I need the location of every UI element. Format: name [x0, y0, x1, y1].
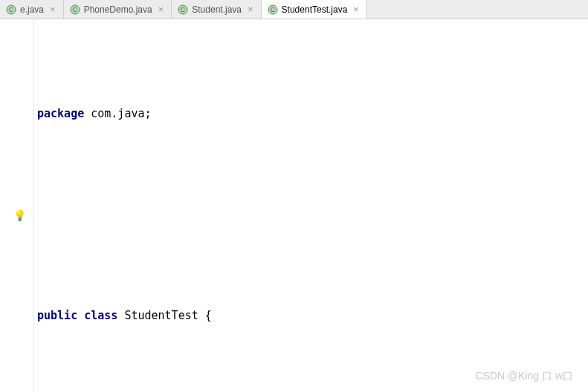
close-icon[interactable]: ×	[50, 4, 56, 15]
close-icon[interactable]: ×	[353, 4, 359, 15]
intention-bulb-icon[interactable]: 💡	[13, 209, 26, 221]
close-icon[interactable]: ×	[158, 4, 164, 15]
tab-label: StudentTest.java	[282, 4, 348, 15]
tab-label: PhoneDemo.java	[84, 4, 152, 15]
tab-bar: C e.java × C PhoneDemo.java × C Student.…	[0, 0, 588, 19]
class-file-icon: C	[6, 4, 16, 15]
keyword: package	[37, 101, 84, 126]
tab-phonedemo[interactable]: C PhoneDemo.java ×	[64, 0, 172, 19]
svg-text:C: C	[72, 6, 77, 13]
code-line: package com.java;	[37, 101, 588, 126]
svg-text:C: C	[270, 6, 275, 13]
tab-student[interactable]: C Student.java ×	[172, 0, 261, 19]
close-icon[interactable]: ×	[248, 4, 253, 15]
code-line: public class StudentTest {	[37, 303, 588, 328]
code-area[interactable]: package com.java; public class StudentTe…	[34, 19, 588, 392]
tab-label: Student.java	[192, 4, 242, 15]
class-file-icon: C	[268, 4, 278, 15]
svg-text:C: C	[181, 6, 186, 13]
tab-label: e.java	[20, 4, 44, 15]
gutter: 💡	[0, 19, 34, 392]
keyword: public	[37, 303, 77, 328]
class-file-icon: C	[178, 4, 188, 15]
keyword: class	[84, 303, 117, 328]
editor: 💡 package com.java; public class Student…	[0, 19, 588, 392]
tab-studenttest[interactable]: C StudentTest.java ×	[262, 0, 367, 19]
class-file-icon: C	[70, 4, 80, 15]
tab-e-java[interactable]: C e.java ×	[0, 0, 64, 19]
text: com.java;	[84, 101, 151, 126]
text: StudentTest {	[117, 303, 211, 328]
svg-text:C: C	[9, 6, 14, 13]
code-line	[37, 202, 588, 227]
